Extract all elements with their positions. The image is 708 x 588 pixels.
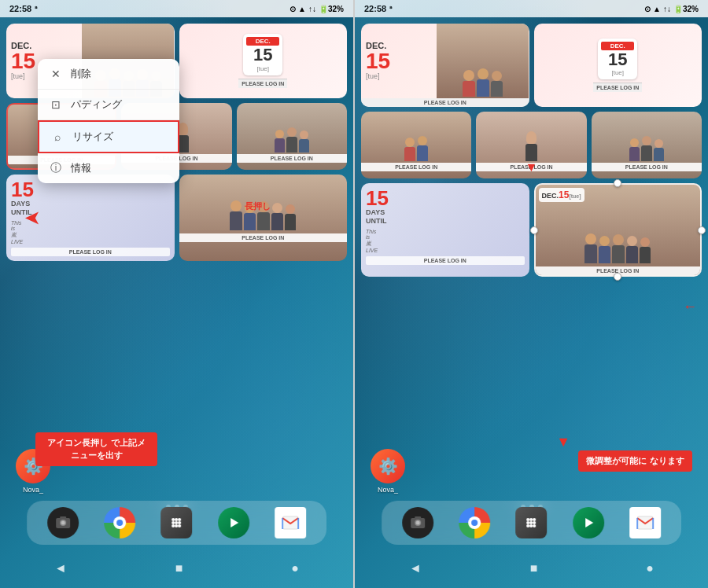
status-bar-left: DEC. 22:58 ᵃ ⊙ ▲ ↑↓ ⊙ ▲ ↑↓ 32% 🔋32%	[0, 0, 353, 17]
time-left: 22:58	[9, 4, 31, 13]
nagaoshi-label: 長押し	[245, 200, 271, 212]
mid-login-3: PLEASE LOG IN	[237, 154, 347, 163]
svg-point-17	[415, 521, 419, 525]
cal-num-left: 15	[246, 46, 279, 64]
play-app-left[interactable]	[218, 507, 249, 538]
svg-rect-18	[415, 516, 421, 519]
menu-delete[interactable]: ✕ 削除	[38, 59, 179, 90]
bot-widget-row-left: 15 DAYS UNTIL This is 嵐 LIVE PLEASE LOG …	[0, 172, 353, 263]
annotation-left: アイコン長押し で上記メニューを出す	[35, 432, 157, 466]
svg-point-21	[533, 518, 536, 521]
left-phone: DEC. 22:58 ᵃ ⊙ ▲ ↑↓ ⊙ ▲ ↑↓ 32% 🔋32% DEC.…	[0, 0, 353, 588]
days-until-right: DAYS UNTIL	[366, 208, 525, 226]
info-icon: ⓘ	[49, 161, 63, 175]
svg-point-12	[178, 524, 181, 527]
delete-icon: ✕	[49, 68, 63, 80]
svg-point-10	[171, 524, 175, 527]
launcher-right[interactable]: ⚙️ Nova_	[371, 449, 405, 494]
dec-day-right: 15	[366, 50, 432, 72]
mid-widget-row-right: PLEASE LOG IN ▼ PLEASE LOG IN	[355, 109, 708, 181]
nav-recent-left[interactable]: ●	[291, 561, 299, 575]
status-time-right: 22:58 ᵃ	[364, 4, 393, 13]
menu-padding[interactable]: ⊡ パディング	[38, 90, 179, 120]
svg-point-5	[175, 518, 178, 521]
dec-overlay-right: DEC.15[tue]	[539, 188, 584, 202]
resize-icon: ⌕	[50, 130, 65, 143]
cal-widget-top-right-right[interactable]: DEC. 15 [tue] PLEASE LOG IN	[534, 24, 702, 107]
days-widget-right[interactable]: 15 DAYS UNTIL This is 嵐 LIVE PLEASE LOG …	[361, 183, 529, 277]
days-num-right: 15	[366, 188, 525, 208]
camera-app-left[interactable]	[47, 507, 79, 538]
menu-resize[interactable]: ⌕ リサイズ	[38, 120, 179, 153]
status-a-left: ᵃ	[35, 5, 38, 13]
svg-point-19	[526, 518, 529, 521]
launcher-label-right: Nova_	[378, 486, 398, 494]
mid-widget-right-1[interactable]: PLEASE LOG IN	[361, 112, 471, 178]
nav-bar-left: ◄ ■ ●	[0, 553, 353, 584]
svg-rect-3	[60, 516, 66, 519]
svg-point-2	[61, 521, 65, 525]
nav-home-left[interactable]: ■	[175, 561, 183, 575]
signal-icon: ↑↓	[308, 5, 316, 13]
cal-widget-top-right-left[interactable]: DEC. 15 [tue] PLEASE LOG IN	[179, 24, 348, 98]
chrome-app-left[interactable]	[104, 507, 135, 538]
gmail-app-left[interactable]	[275, 507, 306, 538]
nav-home-right[interactable]: ■	[530, 561, 538, 575]
photo-widget-left[interactable]: PLEASE LOG IN	[179, 175, 348, 261]
menu-delete-label: 削除	[71, 67, 91, 81]
wifi-icon-r: ▲	[653, 5, 661, 13]
menu-info-label: 情報	[71, 161, 91, 175]
menu-info[interactable]: ⓘ 情報	[38, 153, 179, 183]
launcher-icon-right: ⚙️	[371, 449, 405, 483]
resize-handle-top[interactable]	[614, 179, 621, 187]
nav-bar-right: ◄ ■ ●	[355, 553, 708, 584]
photo-login-left: PLEASE LOG IN	[179, 233, 348, 242]
svg-point-27	[533, 524, 536, 527]
annotation-right: 微調整が可能に なります	[578, 450, 692, 472]
status-bar-right: 22:58 ᵃ ⊙ ▲ ↑↓ 🔋32%	[355, 0, 708, 17]
nav-back-left[interactable]: ◄	[54, 561, 67, 575]
this-is-arashi-right: This is 嵐 LIVE	[366, 229, 525, 253]
mid-widget-right-3[interactable]: PLEASE LOG IN	[592, 112, 702, 178]
right-phone: 22:58 ᵃ ⊙ ▲ ↑↓ 🔋32% DEC. 15 [tue]	[355, 0, 708, 588]
apps-button-left[interactable]	[160, 507, 192, 538]
resize-handle-right[interactable]	[698, 226, 706, 234]
dec-login-right: PLEASE LOG IN	[361, 98, 529, 107]
dock-bar-right	[382, 501, 682, 545]
cal-num-right: 15	[601, 50, 634, 69]
battery-icon-left: 🔋32%	[319, 5, 344, 13]
svg-point-9	[178, 521, 181, 524]
photo-widget-right-wrapper: DEC.15[tue]	[534, 183, 702, 277]
dec-widget-right[interactable]: DEC. 15 [tue]	[361, 24, 529, 107]
svg-point-7	[171, 521, 175, 524]
padding-icon: ⊡	[49, 98, 63, 111]
resize-handle-left[interactable]	[530, 226, 538, 234]
svg-marker-13	[230, 518, 238, 527]
signal-icon-r: ↑↓	[663, 5, 671, 13]
camera-app-right[interactable]	[402, 507, 433, 538]
long-press-arrow: ➤	[25, 208, 39, 229]
privacy-icon: ⊙	[289, 5, 296, 13]
top-widget-row-right: DEC. 15 [tue]	[355, 17, 708, 109]
photo-widget-right[interactable]: DEC.15[tue]	[534, 183, 702, 277]
nav-back-right[interactable]: ◄	[409, 561, 422, 575]
battery-icon-right: 🔋32%	[673, 5, 699, 13]
mid-widget-right-2[interactable]: ▼ PLEASE LOG IN	[476, 112, 586, 178]
privacy-icon-r: ⊙	[644, 5, 651, 13]
resize-handle-bottom[interactable]	[614, 273, 621, 281]
chrome-app-right[interactable]	[459, 507, 490, 538]
mid-widget-left-3[interactable]: PLEASE LOG IN	[237, 103, 347, 170]
mid-r-login-3: PLEASE LOG IN	[592, 163, 702, 171]
svg-marker-28	[585, 518, 593, 527]
svg-point-4	[171, 518, 175, 521]
status-time-left: DEC. 22:58 ᵃ	[9, 4, 38, 13]
context-menu: ✕ 削除 ⊡ パディング ⌕ リサイズ ⓘ 情報	[38, 59, 179, 183]
cal-login-right: PLEASE LOG IN	[593, 83, 642, 92]
gmail-app-right[interactable]	[629, 507, 661, 538]
days-login-left: PLEASE LOG IN	[11, 248, 170, 256]
nav-recent-right[interactable]: ●	[646, 561, 654, 575]
apps-button-right[interactable]	[515, 507, 547, 538]
svg-point-26	[529, 524, 533, 527]
play-app-right[interactable]	[573, 507, 604, 538]
cal-login-left: PLEASE LOG IN	[238, 79, 287, 88]
